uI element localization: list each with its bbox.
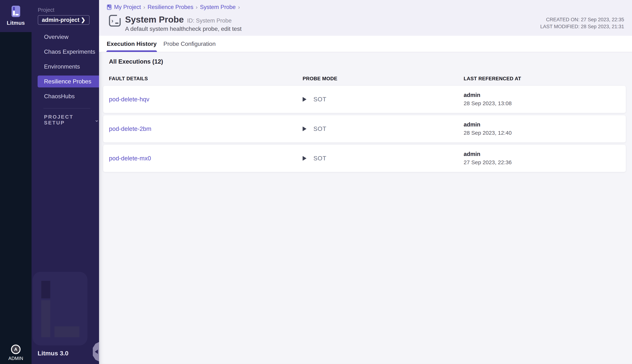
breadcrumb-my-project[interactable]: My Project (114, 4, 141, 10)
breadcrumb: My Project › Resilience Probes › System … (99, 0, 632, 10)
breadcrumb-resilience-probes[interactable]: Resilience Probes (148, 4, 193, 10)
fault-link[interactable]: pod-delete-hqv (109, 96, 303, 103)
executions-table: pod-delete-hqv SOT admin 28 Sep 2023, 13… (103, 86, 626, 172)
created-on: CREATED ON: 27 Sep 2023, 22:35 (540, 16, 624, 23)
project-setup-toggle[interactable]: PROJECT SETUP ⌄ (32, 114, 99, 126)
app-rail: Litmus A ADMIN (0, 0, 32, 364)
play-icon[interactable] (303, 97, 306, 102)
sidebar-collapse-button[interactable] (93, 342, 99, 362)
probe-mode-value: SOT (313, 125, 326, 132)
fault-link[interactable]: pod-delete-2bm (109, 125, 303, 132)
app-version: Litmus 3.0 (38, 350, 69, 357)
play-icon[interactable] (303, 126, 306, 131)
referenced-at-time: 28 Sep 2023, 12:40 (464, 129, 626, 136)
referenced-by-user: admin (464, 92, 626, 98)
referenced-by-user: admin (464, 121, 626, 128)
terminal-probe-icon: › (109, 15, 121, 26)
user-block[interactable]: A ADMIN (0, 344, 32, 361)
litmus-logo-icon[interactable] (12, 6, 20, 17)
avatar[interactable]: A (11, 344, 21, 354)
chevron-right-icon: ❯ (81, 17, 86, 23)
executions-content: All Executions (12) FAULT DETAILS PROBE … (99, 52, 632, 364)
sidebar-divider (44, 108, 90, 108)
play-icon[interactable] (303, 156, 306, 161)
tab-execution-history[interactable]: Execution History (106, 36, 157, 52)
sidebar-item-resilience-probes[interactable]: Resilience Probes (38, 76, 99, 88)
tab-bar: Execution History Probe Configuration (99, 36, 632, 52)
sidebar-item-chaos-experiments[interactable]: Chaos Experiments (32, 44, 99, 59)
probe-mode-value: SOT (313, 155, 326, 162)
chevron-separator-icon: › (143, 4, 145, 10)
sidebar-item-environments[interactable]: Environments (32, 59, 99, 74)
litmus-watermark-logo (33, 272, 88, 346)
nav-list: Overview Chaos Experiments Environments … (32, 30, 99, 104)
sidebar-item-chaoshubs[interactable]: ChaosHubs (32, 89, 99, 104)
table-row[interactable]: pod-delete-mx0 SOT admin 27 Sep 2023, 22… (103, 145, 626, 172)
main-area: My Project › Resilience Probes › System … (99, 0, 632, 364)
probe-mode-value: SOT (313, 96, 326, 103)
collapse-left-icon (95, 350, 98, 354)
rail-brand-block: Litmus (0, 0, 32, 32)
table-row[interactable]: pod-delete-2bm SOT admin 28 Sep 2023, 12… (103, 115, 626, 142)
fault-link[interactable]: pod-delete-mx0 (109, 155, 303, 162)
chevron-separator-icon: › (238, 4, 240, 10)
project-selector[interactable]: admin-project ❯ (38, 15, 90, 25)
referenced-by-user: admin (464, 151, 626, 158)
col-fault-details: FAULT DETAILS (109, 76, 303, 82)
table-header: FAULT DETAILS PROBE MODE LAST REFERENCED… (103, 76, 626, 82)
referenced-at-time: 28 Sep 2023, 13:08 (464, 100, 626, 107)
user-role-label: ADMIN (9, 356, 23, 361)
probe-description: A default system healthcheck probe, edit… (125, 26, 242, 32)
col-last-referenced: LAST REFERENCED AT (464, 76, 626, 82)
active-tab-underline (106, 50, 157, 52)
probe-id-label: ID: System Probe (187, 18, 232, 24)
project-setup-label: PROJECT SETUP (44, 114, 87, 126)
tab-probe-configuration[interactable]: Probe Configuration (163, 36, 216, 52)
breadcrumb-litmus-icon (107, 4, 112, 10)
referenced-at-time: 27 Sep 2023, 22:36 (464, 159, 626, 166)
chevron-down-icon: ⌄ (95, 118, 99, 122)
sidebar-nav: Project admin-project ❯ Overview Chaos E… (32, 0, 99, 364)
project-selector-value: admin-project (42, 17, 80, 23)
project-label: Project (38, 7, 99, 13)
probe-dates: CREATED ON: 27 Sep 2023, 22:35 LAST MODI… (540, 16, 624, 30)
table-row[interactable]: pod-delete-hqv SOT admin 28 Sep 2023, 13… (103, 86, 626, 113)
breadcrumb-system-probe[interactable]: System Probe (200, 4, 236, 10)
sidebar-item-overview[interactable]: Overview (32, 30, 99, 44)
last-modified: LAST MODIFIED: 28 Sep 2023, 21:31 (540, 23, 624, 30)
col-probe-mode: PROBE MODE (303, 76, 464, 82)
executions-count-title: All Executions (12) (109, 58, 626, 65)
page-title: System Probe (125, 15, 184, 24)
page-header: My Project › Resilience Probes › System … (99, 0, 632, 36)
chevron-separator-icon: › (196, 4, 198, 10)
brand-name: Litmus (7, 20, 25, 26)
